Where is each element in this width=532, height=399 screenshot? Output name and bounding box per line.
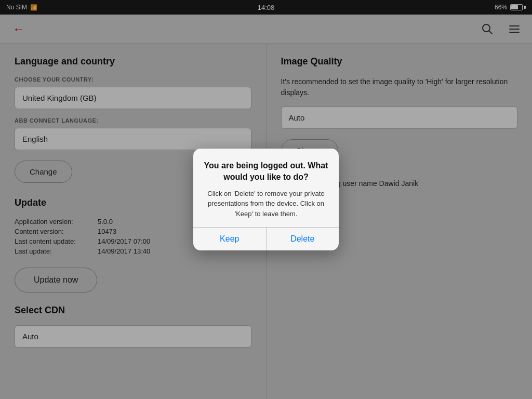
keep-button[interactable]: Keep (193, 228, 266, 250)
logout-dialog: You are being logged out. What would you… (193, 149, 339, 250)
dialog-overlay: You are being logged out. What would you… (0, 0, 532, 399)
dialog-message: Click on 'Delete' to remove your private… (204, 189, 328, 219)
delete-button[interactable]: Delete (267, 228, 339, 250)
dialog-body: You are being logged out. What would you… (193, 149, 339, 227)
dialog-title: You are being logged out. What would you… (204, 160, 328, 183)
dialog-actions: Keep Delete (193, 228, 339, 250)
